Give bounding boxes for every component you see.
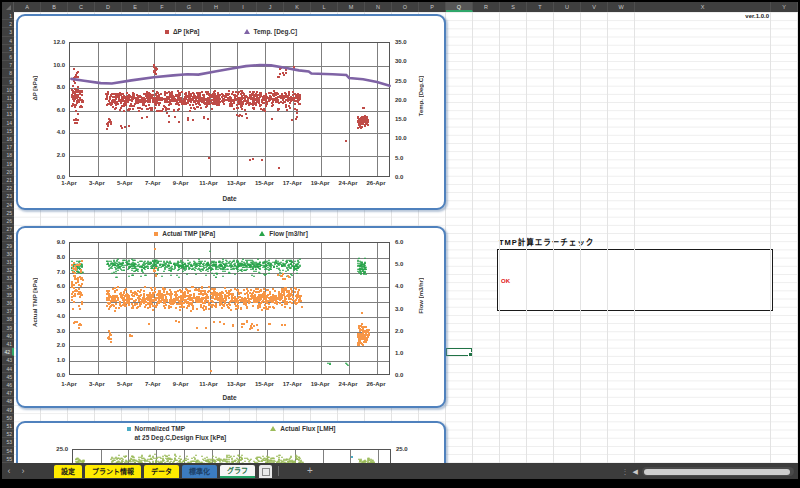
- row-header-10[interactable]: 10: [2, 86, 14, 94]
- column-header-P[interactable]: P: [419, 2, 446, 12]
- row-header-20[interactable]: 20: [2, 168, 14, 176]
- more-icon[interactable]: ⋮: [622, 468, 629, 476]
- row-header-6[interactable]: 6: [2, 53, 14, 61]
- row-header-33[interactable]: 33: [2, 274, 14, 282]
- row-header-35[interactable]: 35: [2, 291, 14, 299]
- row-header-45[interactable]: 45: [2, 373, 14, 381]
- prev-sheet-icon[interactable]: ‹: [2, 464, 16, 478]
- row-header-18[interactable]: 18: [2, 151, 14, 159]
- chart-1[interactable]: ΔP [kPa]Temp. [Deg.C]12.010.08.06.04.02.…: [16, 14, 446, 210]
- row-header-25[interactable]: 25: [2, 209, 14, 217]
- row-header-8[interactable]: 8: [2, 69, 14, 77]
- row-header-44[interactable]: 44: [2, 365, 14, 373]
- column-header-V[interactable]: V: [581, 2, 608, 12]
- column-header-D[interactable]: D: [95, 2, 122, 12]
- row-header-29[interactable]: 29: [2, 242, 14, 250]
- column-header-X[interactable]: X: [635, 2, 771, 12]
- row-header-27[interactable]: 27: [2, 225, 14, 233]
- select-all-corner[interactable]: [2, 2, 14, 12]
- row-header-54[interactable]: 54: [2, 447, 14, 455]
- row-header-41[interactable]: 41: [2, 340, 14, 348]
- row-header-5[interactable]: 5: [2, 45, 14, 53]
- row-header-23[interactable]: 23: [2, 192, 14, 200]
- sheet-grid[interactable]: ver.1.0.0 TMP計算エラーチェック OK ΔP [kPa]Temp. …: [14, 12, 798, 463]
- row-header-7[interactable]: 7: [2, 61, 14, 69]
- column-header-F[interactable]: F: [149, 2, 176, 12]
- column-header-J[interactable]: J: [257, 2, 284, 12]
- column-header-M[interactable]: M: [338, 2, 365, 12]
- row-header-24[interactable]: 24: [2, 201, 14, 209]
- sheet-tab-2[interactable]: プラント情報: [85, 465, 141, 478]
- column-header-U[interactable]: U: [554, 2, 581, 12]
- add-sheet-icon[interactable]: +: [307, 465, 313, 476]
- row-header-37[interactable]: 37: [2, 307, 14, 315]
- row-header-52[interactable]: 52: [2, 430, 14, 438]
- column-header-bar[interactable]: ABCDEFGHIJKLMNOPQRSTUVWXY: [2, 2, 798, 12]
- scrollbar-thumb[interactable]: [644, 469, 790, 475]
- column-header-S[interactable]: S: [500, 2, 527, 12]
- column-header-B[interactable]: B: [41, 2, 68, 12]
- row-header-51[interactable]: 51: [2, 422, 14, 430]
- scroll-left-icon[interactable]: ◀: [633, 468, 638, 476]
- row-header-38[interactable]: 38: [2, 315, 14, 323]
- column-header-T[interactable]: T: [527, 2, 554, 12]
- column-header-Y[interactable]: Y: [771, 2, 798, 12]
- row-header-16[interactable]: 16: [2, 135, 14, 143]
- row-header-47[interactable]: 47: [2, 389, 14, 397]
- row-header-14[interactable]: 14: [2, 119, 14, 127]
- row-header-9[interactable]: 9: [2, 78, 14, 86]
- row-header-32[interactable]: 32: [2, 266, 14, 274]
- column-header-E[interactable]: E: [122, 2, 149, 12]
- row-header-46[interactable]: 46: [2, 381, 14, 389]
- column-header-N[interactable]: N: [365, 2, 392, 12]
- row-header-48[interactable]: 48: [2, 397, 14, 405]
- column-header-O[interactable]: O: [392, 2, 419, 12]
- error-check-box[interactable]: OK: [497, 249, 773, 311]
- row-header-30[interactable]: 30: [2, 250, 14, 258]
- row-header-28[interactable]: 28: [2, 233, 14, 241]
- row-header-17[interactable]: 17: [2, 143, 14, 151]
- row-header-11[interactable]: 11: [2, 94, 14, 102]
- sheet-tab-5[interactable]: グラフ: [220, 465, 255, 478]
- column-header-H[interactable]: H: [203, 2, 230, 12]
- row-header-2[interactable]: 2: [2, 20, 14, 28]
- row-header-15[interactable]: 15: [2, 127, 14, 135]
- row-header-22[interactable]: 22: [2, 184, 14, 192]
- column-header-Q[interactable]: Q: [446, 2, 473, 12]
- column-header-A[interactable]: A: [14, 2, 41, 12]
- row-header-12[interactable]: 12: [2, 102, 14, 110]
- row-header-1[interactable]: 1: [2, 12, 14, 20]
- column-header-G[interactable]: G: [176, 2, 203, 12]
- row-header-31[interactable]: 31: [2, 258, 14, 266]
- row-header-4[interactable]: 4: [2, 37, 14, 45]
- row-header-42[interactable]: 42: [2, 348, 14, 356]
- horizontal-scrollbar[interactable]: [642, 467, 794, 476]
- sheet-tab-1[interactable]: 設定: [54, 465, 82, 478]
- selected-cell[interactable]: [446, 348, 472, 356]
- row-header-21[interactable]: 21: [2, 176, 14, 184]
- next-sheet-icon[interactable]: ›: [16, 464, 30, 478]
- row-header-39[interactable]: 39: [2, 324, 14, 332]
- row-header-3[interactable]: 3: [2, 28, 14, 36]
- sheet-tab-4[interactable]: 標準化: [182, 465, 217, 478]
- row-header-55[interactable]: 55: [2, 455, 14, 463]
- column-header-K[interactable]: K: [284, 2, 311, 12]
- row-header-bar[interactable]: 1234567891011121314151617181920212223242…: [2, 12, 14, 463]
- row-header-40[interactable]: 40: [2, 332, 14, 340]
- row-header-53[interactable]: 53: [2, 438, 14, 446]
- row-header-13[interactable]: 13: [2, 110, 14, 118]
- row-header-34[interactable]: 34: [2, 283, 14, 291]
- column-header-R[interactable]: R: [473, 2, 500, 12]
- chart-2[interactable]: Actual TMP [kPa]Flow [m3/hr]9.08.07.06.0…: [16, 226, 446, 408]
- sheet-options-icon[interactable]: [259, 465, 272, 478]
- column-header-W[interactable]: W: [608, 2, 635, 12]
- column-header-L[interactable]: L: [311, 2, 338, 12]
- chart-3[interactable]: Normalized TMPat 25 Deg.C,Design Flux [k…: [16, 421, 446, 463]
- row-header-26[interactable]: 26: [2, 217, 14, 225]
- sheet-tab-3[interactable]: データ: [144, 465, 179, 478]
- row-header-49[interactable]: 49: [2, 406, 14, 414]
- column-header-I[interactable]: I: [230, 2, 257, 12]
- row-header-19[interactable]: 19: [2, 160, 14, 168]
- row-header-43[interactable]: 43: [2, 356, 14, 364]
- column-header-C[interactable]: C: [68, 2, 95, 12]
